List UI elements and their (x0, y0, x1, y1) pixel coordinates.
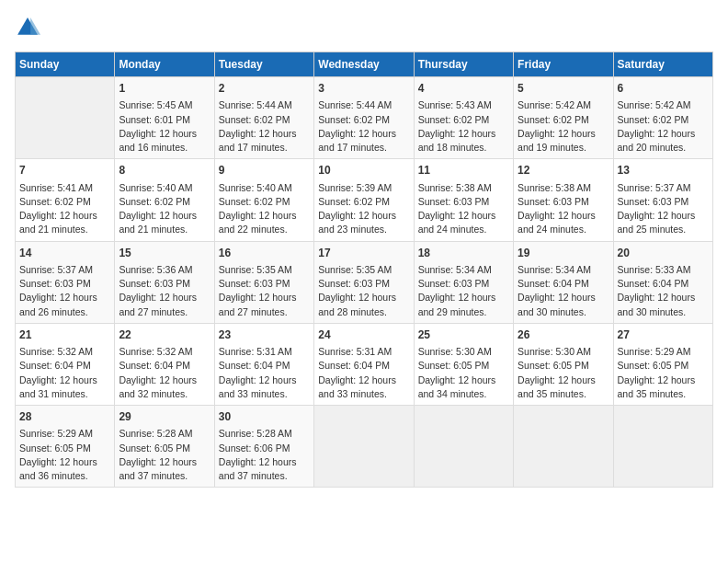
svg-marker-1 (30, 17, 40, 35)
day-info: Sunset: 6:02 PM (119, 195, 210, 209)
day-info: Sunset: 6:04 PM (518, 277, 609, 291)
day-number: 16 (219, 246, 310, 261)
day-number: 27 (618, 327, 709, 343)
day-info: Sunset: 6:05 PM (119, 442, 210, 455)
day-info: Sunrise: 5:39 AM (318, 181, 409, 195)
day-cell: 25Sunrise: 5:30 AMSunset: 6:05 PMDayligh… (414, 323, 513, 405)
day-cell: 26Sunrise: 5:30 AMSunset: 6:05 PMDayligh… (514, 323, 613, 405)
day-cell (414, 406, 513, 488)
day-info: Sunrise: 5:44 AM (318, 98, 409, 112)
day-info: Sunrise: 5:34 AM (418, 263, 509, 277)
day-info: Daylight: 12 hours (618, 373, 709, 387)
day-info: Sunset: 6:02 PM (318, 113, 409, 127)
day-info: and 37 minutes. (219, 469, 310, 483)
day-info: Sunrise: 5:32 AM (19, 345, 110, 359)
day-info: and 16 minutes. (119, 141, 210, 155)
day-info: Daylight: 12 hours (19, 291, 110, 304)
day-number: 10 (318, 163, 409, 178)
day-info: and 32 minutes. (119, 387, 210, 401)
header-cell-wednesday: Wednesday (314, 52, 414, 77)
day-cell: 30Sunrise: 5:28 AMSunset: 6:06 PMDayligh… (214, 406, 313, 488)
day-info: Sunrise: 5:40 AM (119, 181, 210, 195)
day-info: Sunrise: 5:36 AM (119, 263, 210, 277)
header-cell-saturday: Saturday (613, 52, 712, 77)
week-row-2: 7Sunrise: 5:41 AMSunset: 6:02 PMDaylight… (16, 159, 713, 241)
day-number: 1 (119, 81, 210, 97)
day-cell: 29Sunrise: 5:28 AMSunset: 6:05 PMDayligh… (115, 406, 214, 488)
day-info: Sunset: 6:04 PM (318, 359, 409, 373)
day-info: and 21 minutes. (119, 223, 210, 236)
header-cell-sunday: Sunday (16, 52, 115, 77)
day-info: Daylight: 12 hours (119, 291, 210, 304)
day-cell: 16Sunrise: 5:35 AMSunset: 6:03 PMDayligh… (214, 241, 313, 323)
day-info: Sunrise: 5:38 AM (518, 181, 609, 195)
day-info: Sunrise: 5:33 AM (618, 263, 709, 277)
day-number: 5 (518, 81, 609, 97)
week-row-3: 14Sunrise: 5:37 AMSunset: 6:03 PMDayligh… (16, 241, 713, 323)
week-row-1: 1Sunrise: 5:45 AMSunset: 6:01 PMDaylight… (16, 77, 713, 159)
day-number: 19 (518, 246, 609, 261)
day-info: Sunset: 6:03 PM (219, 277, 310, 291)
day-info: Sunrise: 5:37 AM (19, 263, 110, 277)
day-number: 3 (318, 81, 409, 97)
day-info: Sunset: 6:06 PM (219, 442, 310, 455)
day-cell: 17Sunrise: 5:35 AMSunset: 6:03 PMDayligh… (314, 241, 414, 323)
day-number: 30 (219, 409, 310, 425)
day-info: and 35 minutes. (518, 387, 609, 401)
day-cell: 6Sunrise: 5:42 AMSunset: 6:02 PMDaylight… (613, 77, 712, 159)
day-info: and 29 minutes. (418, 305, 509, 319)
day-info: and 24 minutes. (418, 223, 509, 236)
day-number: 28 (19, 409, 110, 425)
day-number: 29 (119, 409, 210, 425)
day-cell: 4Sunrise: 5:43 AMSunset: 6:02 PMDaylight… (414, 77, 513, 159)
day-number: 20 (618, 246, 709, 261)
day-info: Sunrise: 5:29 AM (618, 345, 709, 359)
day-info: Sunset: 6:04 PM (219, 359, 310, 373)
day-info: and 33 minutes. (219, 387, 310, 401)
day-cell (613, 406, 712, 488)
day-info: and 37 minutes. (119, 469, 210, 483)
day-cell: 28Sunrise: 5:29 AMSunset: 6:05 PMDayligh… (16, 406, 115, 488)
day-info: Sunrise: 5:31 AM (318, 345, 409, 359)
day-info: Sunset: 6:05 PM (418, 359, 509, 373)
day-cell (314, 406, 414, 488)
day-cell: 21Sunrise: 5:32 AMSunset: 6:04 PMDayligh… (16, 323, 115, 405)
day-info: and 35 minutes. (618, 387, 709, 401)
calendar-body: 1Sunrise: 5:45 AMSunset: 6:01 PMDaylight… (16, 77, 713, 488)
day-info: Daylight: 12 hours (219, 373, 310, 387)
day-info: Daylight: 12 hours (618, 209, 709, 223)
day-info: and 20 minutes. (618, 141, 709, 155)
day-info: Sunset: 6:03 PM (318, 277, 409, 291)
header-cell-friday: Friday (514, 52, 613, 77)
day-info: Daylight: 12 hours (318, 209, 409, 223)
day-info: Sunset: 6:03 PM (418, 277, 509, 291)
day-info: and 28 minutes. (318, 305, 409, 319)
header-cell-monday: Monday (115, 52, 214, 77)
day-info: Sunset: 6:02 PM (418, 113, 509, 127)
day-info: Sunrise: 5:32 AM (119, 345, 210, 359)
day-info: and 23 minutes. (318, 223, 409, 236)
day-info: Daylight: 12 hours (618, 127, 709, 141)
day-info: Sunset: 6:02 PM (19, 195, 110, 209)
day-cell: 1Sunrise: 5:45 AMSunset: 6:01 PMDaylight… (115, 77, 214, 159)
day-info: and 21 minutes. (19, 223, 110, 236)
day-info: Sunrise: 5:41 AM (19, 181, 110, 195)
day-number: 23 (219, 327, 310, 343)
day-info: Sunrise: 5:35 AM (318, 263, 409, 277)
calendar-header: SundayMondayTuesdayWednesdayThursdayFrid… (16, 52, 713, 77)
day-cell: 2Sunrise: 5:44 AMSunset: 6:02 PMDaylight… (214, 77, 313, 159)
day-info: Sunrise: 5:28 AM (219, 427, 310, 441)
day-info: Sunset: 6:05 PM (618, 359, 709, 373)
week-row-5: 28Sunrise: 5:29 AMSunset: 6:05 PMDayligh… (16, 406, 713, 488)
day-cell: 11Sunrise: 5:38 AMSunset: 6:03 PMDayligh… (414, 159, 513, 241)
day-info: and 27 minutes. (219, 305, 310, 319)
logo (15, 15, 44, 40)
day-info: Sunrise: 5:43 AM (418, 98, 509, 112)
day-info: Sunrise: 5:45 AM (119, 98, 210, 112)
day-cell: 15Sunrise: 5:36 AMSunset: 6:03 PMDayligh… (115, 241, 214, 323)
day-cell: 14Sunrise: 5:37 AMSunset: 6:03 PMDayligh… (16, 241, 115, 323)
day-info: Daylight: 12 hours (19, 455, 110, 469)
day-info: Daylight: 12 hours (19, 373, 110, 387)
day-info: Daylight: 12 hours (119, 127, 210, 141)
day-info: Daylight: 12 hours (518, 209, 609, 223)
